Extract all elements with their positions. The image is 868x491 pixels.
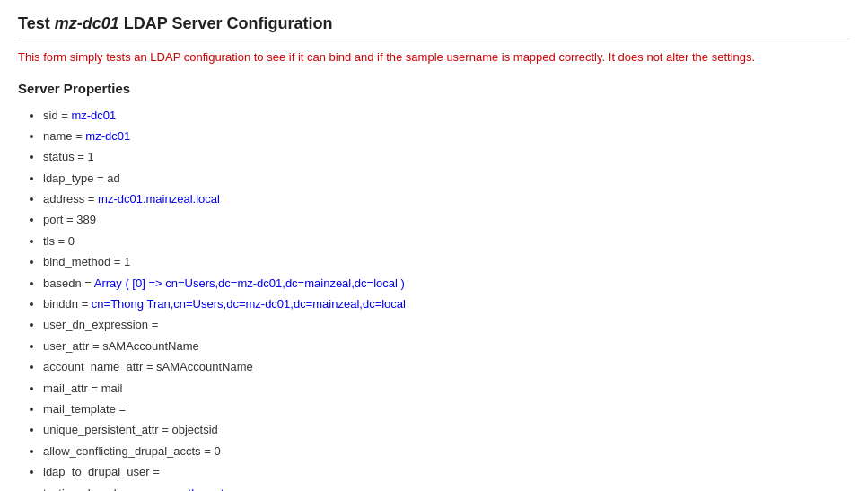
list-item: testing_drupal_username = thong.tran (43, 483, 850, 491)
prop-name: testing_drupal_username = (43, 487, 189, 491)
prop-name: user_attr = (43, 339, 102, 353)
list-item: binddn = cn=Thong Tran,cn=Users,dc=mz-dc… (43, 294, 850, 314)
list-item: tls = 0 (43, 231, 850, 251)
list-item: sid = mz-dc01 (43, 105, 850, 126)
list-item: mail_attr = mail (43, 378, 850, 399)
list-item: account_name_attr = sAMAccountName (43, 356, 850, 377)
prop-value: objectsid (171, 423, 217, 436)
prop-value: 1 (124, 255, 130, 268)
prop-name: sid = (43, 109, 71, 122)
list-item: port = 389 (43, 209, 850, 230)
prop-name: port = (43, 213, 76, 226)
title-server-name: mz-dc01 (55, 14, 119, 32)
properties-list: sid = mz-dc01name = mz-dc01status = 1lda… (18, 105, 850, 492)
list-item: bind_method = 1 (43, 251, 850, 272)
prop-name: mail_attr = (43, 381, 101, 395)
prop-value: mz-dc01.mainzeal.local (98, 192, 220, 206)
list-item: address = mz-dc01.mainzeal.local (43, 189, 850, 209)
prop-name: mail_template = (43, 402, 126, 416)
prop-name: tls = (43, 234, 68, 248)
page-container: Test mz-dc01 LDAP Server Configuration T… (18, 14, 850, 491)
prop-name: status = (43, 150, 88, 163)
prop-value: cn=Thong Tran,cn=Users,dc=mz-dc01,dc=mai… (92, 297, 406, 311)
info-text: This form simply tests an LDAP configura… (18, 48, 850, 66)
prop-value: mz-dc01 (85, 129, 130, 143)
prop-value: sAMAccountName (102, 339, 199, 353)
list-item: ldap_to_drupal_user = (43, 461, 850, 482)
prop-value: thong.tran (189, 487, 241, 491)
list-item: user_attr = sAMAccountName (43, 336, 850, 356)
prop-value: Array ( [0] => cn=Users,dc=mz-dc01,dc=ma… (94, 276, 405, 290)
list-item: user_dn_expression = (43, 314, 850, 335)
prop-value: 0 (68, 234, 75, 248)
prop-value: 0 (214, 444, 220, 458)
prop-name: name = (43, 129, 85, 143)
list-item: ldap_type = ad (43, 168, 850, 189)
prop-name: ldap_type = (43, 171, 107, 185)
prop-name: allow_conflicting_drupal_accts = (43, 444, 214, 458)
page-title: Test mz-dc01 LDAP Server Configuration (18, 14, 850, 39)
list-item: name = mz-dc01 (43, 126, 850, 146)
prop-name: unique_persistent_attr = (43, 423, 171, 436)
prop-value: 1 (88, 150, 94, 163)
list-item: mail_template = (43, 399, 850, 419)
list-item: basedn = Array ( [0] => cn=Users,dc=mz-d… (43, 273, 850, 294)
title-prefix: Test (18, 14, 55, 32)
prop-value: sAMAccountName (156, 360, 253, 373)
prop-value: mail (101, 381, 123, 395)
section-title: Server Properties (18, 81, 850, 96)
list-item: unique_persistent_attr = objectsid (43, 419, 850, 440)
prop-name: binddn = (43, 297, 92, 311)
prop-name: ldap_to_drupal_user = (43, 465, 160, 478)
prop-name: bind_method = (43, 255, 124, 268)
prop-value: mz-dc01 (71, 109, 116, 122)
prop-name: basedn = (43, 276, 94, 290)
prop-value: 389 (76, 213, 96, 226)
list-item: status = 1 (43, 146, 850, 167)
prop-value: ad (107, 171, 119, 185)
prop-name: account_name_attr = (43, 360, 156, 373)
title-suffix: LDAP Server Configuration (119, 14, 333, 32)
prop-name: address = (43, 192, 98, 206)
list-item: allow_conflicting_drupal_accts = 0 (43, 441, 850, 461)
prop-name: user_dn_expression = (43, 318, 158, 331)
